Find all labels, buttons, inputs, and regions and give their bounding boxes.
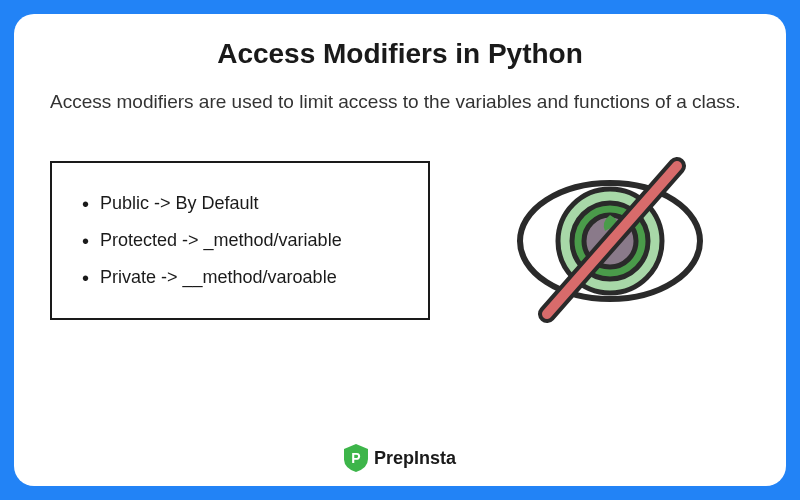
hidden-eye-icon <box>470 146 750 336</box>
list-item: Protected -> _method/variable <box>78 222 402 259</box>
infographic-card: Access Modifiers in Python Access modifi… <box>14 14 786 486</box>
modifier-list: Public -> By Default Protected -> _metho… <box>78 185 402 296</box>
svg-text:P: P <box>351 450 360 466</box>
content-row: Public -> By Default Protected -> _metho… <box>50 146 750 336</box>
list-item: Private -> __method/varoable <box>78 259 402 296</box>
modifier-box: Public -> By Default Protected -> _metho… <box>50 161 430 320</box>
description-text: Access modifiers are used to limit acces… <box>50 88 750 116</box>
page-title: Access Modifiers in Python <box>50 38 750 70</box>
list-item: Public -> By Default <box>78 185 402 222</box>
logo-shield-icon: P <box>344 444 368 472</box>
brand-logo: P PrepInsta <box>344 444 456 472</box>
brand-name: PrepInsta <box>374 448 456 469</box>
